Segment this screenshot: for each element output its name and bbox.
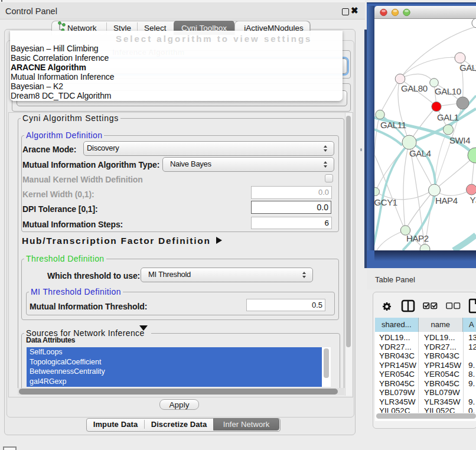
svg-text:GCY1: GCY1 (374, 197, 397, 207)
svg-text:HAP2: HAP2 (406, 233, 429, 243)
svg-text:GAL10: GAL10 (435, 86, 461, 96)
svg-text:GAL11: GAL11 (380, 120, 406, 130)
svg-text:HAP4: HAP4 (435, 195, 458, 206)
svg-text:GAL4: GAL4 (409, 148, 431, 158)
svg-text:GAL1: GAL1 (437, 112, 459, 122)
svg-text:GALW: GALW (459, 63, 476, 73)
svg-text:YJ: YJ (470, 195, 476, 205)
svg-text:GAL80: GAL80 (401, 83, 428, 93)
svg-text:SWI4: SWI4 (449, 135, 470, 145)
